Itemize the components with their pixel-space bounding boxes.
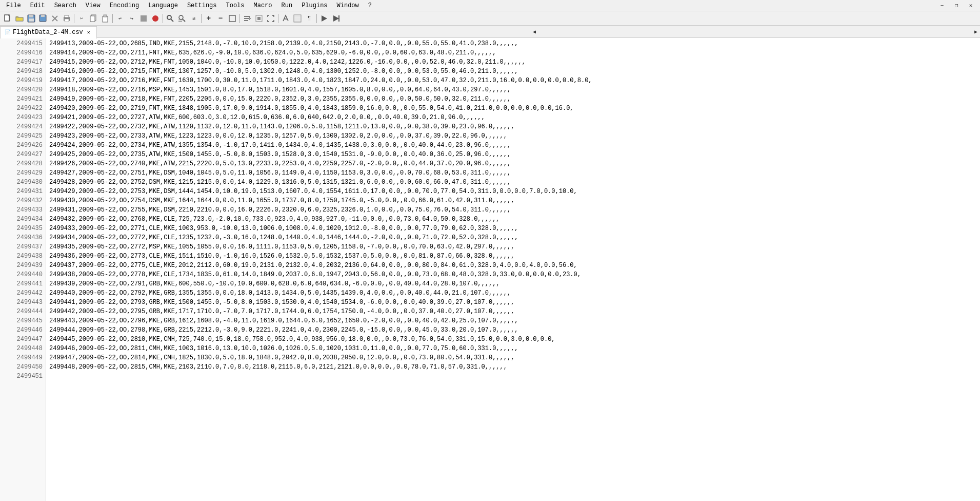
code-line[interactable]: 2499421,2009-05-22,OO,2727,ATW,MKE,600,6… (48, 113, 978, 122)
restore-button[interactable]: ❐ (949, 0, 964, 11)
find-button[interactable] (165, 13, 176, 24)
code-line[interactable]: 2499429,2009-05-22,OO,2753,MKE,DSM,1444,… (48, 187, 978, 196)
minimize-button[interactable]: − (935, 0, 949, 11)
copy-button[interactable] (88, 13, 99, 24)
tab-close-button[interactable]: ✕ (85, 29, 92, 36)
code-line[interactable]: 2499438,2009-05-22,OO,2778,MKE,CLE,1734,… (48, 270, 978, 279)
code-line[interactable]: 2499445,2009-05-22,OO,2810,MKE,CMH,725,7… (48, 335, 978, 344)
code-line[interactable]: 2499446,2009-05-22,OO,2811,CMH,MKE,1003,… (48, 344, 978, 353)
line-number: 2499415 (0, 39, 46, 48)
code-line[interactable]: 2499436,2009-05-22,OO,2773,CLE,MKE,1511,… (48, 252, 978, 261)
code-line[interactable]: 2499417,2009-05-22,OO,2716,MKE,FNT,1630,… (48, 76, 978, 85)
cut-button[interactable]: ✂ (76, 13, 87, 24)
menu-edit[interactable]: Edit (26, 1, 49, 10)
toolbar-sep-4 (201, 14, 202, 23)
code-line[interactable]: 2499423,2009-05-22,OO,2733,ATW,MKE,1223,… (48, 131, 978, 141)
code-line[interactable]: 2499426,2009-05-22,OO,2740,MKE,ATW,2215,… (48, 159, 978, 168)
find-replace-button[interactable]: ⇄ (188, 13, 199, 24)
view-all-button[interactable]: ¶ (304, 13, 315, 24)
code-line[interactable]: 2499448,2009-05-22,OO,2815,CMH,MKE,2103,… (48, 362, 978, 372)
open-file-button[interactable] (14, 13, 25, 24)
svg-rect-16 (141, 15, 147, 22)
svg-rect-13 (90, 16, 95, 22)
tab-scroll-right[interactable]: ▶ (972, 26, 980, 38)
menu-help[interactable]: ? (364, 1, 376, 10)
fullscreen-button[interactable] (265, 13, 276, 24)
code-line[interactable]: 2499420,2009-05-22,OO,2719,FNT,MKE,1848,… (48, 104, 978, 113)
code-line[interactable]: 2499413,2009-05-22,OO,2685,IND,MKE,2155,… (48, 39, 978, 48)
save-all-button[interactable] (37, 13, 49, 24)
code-line[interactable]: 2499435,2009-05-22,OO,2772,MSP,MKE,1055,… (48, 242, 978, 252)
line-number: 2499435 (0, 224, 46, 233)
find-in-files-button[interactable] (176, 13, 188, 24)
window-controls: − ❐ ✕ (935, 0, 978, 11)
menu-language[interactable]: Language (144, 1, 182, 10)
code-line[interactable]: 2499441,2009-05-22,OO,2793,GRB,MKE,1500,… (48, 298, 978, 307)
code-editor[interactable]: 2499413,2009-05-22,OO,2685,IND,MKE,2155,… (46, 38, 980, 501)
code-line[interactable]: 2499422,2009-05-22,OO,2732,MKE,ATW,1120,… (48, 122, 978, 131)
menu-file[interactable]: File (2, 1, 25, 10)
code-line[interactable]: 2499424,2009-05-22,OO,2734,MKE,ATW,1355,… (48, 141, 978, 150)
code-line[interactable]: 2499431,2009-05-22,OO,2755,MKE,DSM,2210,… (48, 205, 978, 215)
menu-view[interactable]: View (82, 1, 105, 10)
code-line[interactable]: 2499439,2009-05-22,OO,2791,GRB,MKE,600,5… (48, 279, 978, 288)
menu-run[interactable]: Run (277, 1, 297, 10)
code-line[interactable] (48, 372, 978, 381)
style-button[interactable] (280, 13, 291, 24)
redo-button[interactable]: ↪ (126, 13, 137, 24)
line-number: 2499440 (0, 270, 46, 279)
close-window-button[interactable]: ✕ (964, 0, 978, 11)
word-wrap-button[interactable] (242, 13, 253, 24)
line-number: 2499423 (0, 113, 46, 122)
code-line[interactable]: 2499437,2009-05-22,OO,2775,CLE,MKE,2012,… (48, 261, 978, 270)
code-line[interactable]: 2499430,2009-05-22,OO,2754,DSM,MKE,1644,… (48, 196, 978, 205)
run-macro-button[interactable] (318, 13, 330, 24)
svg-rect-1 (16, 17, 23, 21)
run-script-button[interactable] (330, 13, 342, 24)
code-line[interactable]: 2499447,2009-05-22,OO,2814,MKE,CMH,1825,… (48, 353, 978, 362)
code-line[interactable]: 2499419,2009-05-22,OO,2718,MKE,FNT,2205,… (48, 94, 978, 104)
code-line[interactable]: 2499415,2009-05-22,OO,2712,MKE,FNT,1050,… (48, 57, 978, 67)
toolbar-sep-1 (74, 14, 74, 23)
paste-button[interactable] (99, 13, 111, 24)
code-line[interactable]: 2499433,2009-05-22,OO,2771,CLE,MKE,1003,… (48, 224, 978, 233)
tab-scroll-left[interactable]: ◀ (530, 26, 538, 38)
indent-guide-button[interactable] (292, 13, 303, 24)
menu-macro[interactable]: Macro (250, 1, 276, 10)
svg-rect-29 (257, 17, 261, 20)
code-line[interactable]: 2499428,2009-05-22,OO,2752,DSM,MKE,1215,… (48, 178, 978, 187)
menu-window[interactable]: Window (333, 1, 363, 10)
focus-mode-button[interactable] (253, 13, 265, 24)
zoom-in-button[interactable]: + (203, 13, 214, 24)
menu-bar: File Edit Search View Encoding Language … (0, 0, 980, 11)
menu-plugins[interactable]: Plugins (297, 1, 331, 10)
line-number: 2499428 (0, 159, 46, 168)
macro-stop-button[interactable] (150, 13, 161, 24)
code-line[interactable]: 2499427,2009-05-22,OO,2751,MKE,DSM,1040,… (48, 168, 978, 178)
code-line[interactable]: 2499440,2009-05-22,OO,2792,MKE,GRB,1355,… (48, 288, 978, 298)
code-line[interactable]: 2499425,2009-05-22,OO,2735,ATW,MKE,1500,… (48, 150, 978, 159)
save-button[interactable] (26, 13, 37, 24)
menu-tools[interactable]: Tools (222, 1, 248, 10)
new-file-button[interactable] (2, 13, 13, 24)
line-number: 2499446 (0, 325, 46, 335)
menu-settings[interactable]: Settings (183, 1, 221, 10)
menu-encoding[interactable]: Encoding (106, 1, 144, 10)
code-line[interactable]: 2499414,2009-05-22,OO,2711,FNT,MKE,635,6… (48, 48, 978, 57)
code-line[interactable]: 2499442,2009-05-22,OO,2795,GRB,MKE,1717,… (48, 307, 978, 316)
code-line[interactable]: 2499434,2009-05-22,OO,2772,MKE,CLE,1235,… (48, 233, 978, 242)
print-button[interactable] (61, 13, 72, 24)
macro-record-button[interactable] (138, 13, 149, 24)
code-line[interactable]: 2499443,2009-05-22,OO,2796,MKE,GRB,1612,… (48, 316, 978, 325)
undo-button[interactable]: ↩ (114, 13, 126, 24)
line-number: 2499419 (0, 76, 46, 85)
code-line[interactable]: 2499444,2009-05-22,OO,2798,MKE,GRB,2215,… (48, 325, 978, 335)
code-line[interactable]: 2499432,2009-05-22,OO,2768,MKE,CLE,725,7… (48, 215, 978, 224)
restore-zoom-button[interactable] (227, 13, 238, 24)
code-line[interactable]: 2499416,2009-05-22,OO,2715,FNT,MKE,1307,… (48, 67, 978, 76)
menu-search[interactable]: Search (50, 1, 81, 10)
tab-flightdata[interactable]: 📄 FlightData_2-4M.csv ✕ (0, 26, 97, 38)
code-line[interactable]: 2499418,2009-05-22,OO,2716,MSP,MKE,1453,… (48, 85, 978, 94)
zoom-out-button[interactable]: − (215, 13, 226, 24)
close-doc-button[interactable] (49, 13, 61, 24)
